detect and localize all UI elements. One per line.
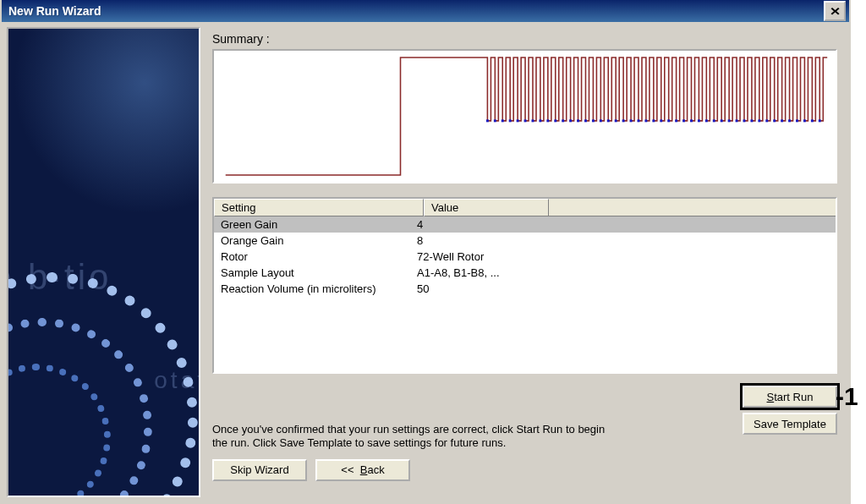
svg-rect-27 <box>690 119 693 122</box>
table-row[interactable]: Sample LayoutA1-A8, B1-B8, ... <box>214 265 836 281</box>
table-row[interactable]: Green Gain4 <box>214 216 836 233</box>
setting-cell: Rotor <box>221 250 417 263</box>
setting-cell: Sample Layout <box>221 266 417 279</box>
svg-rect-4 <box>517 119 519 122</box>
value-cell: 50 <box>417 282 829 295</box>
svg-rect-41 <box>796 119 798 122</box>
temperature-profile-svg <box>214 51 836 182</box>
svg-rect-43 <box>811 119 814 122</box>
column-header-value[interactable]: Value <box>424 199 549 216</box>
svg-rect-31 <box>721 119 723 122</box>
window-title: New Run Wizard <box>5 4 824 18</box>
svg-rect-20 <box>638 119 640 122</box>
svg-rect-12 <box>577 119 579 122</box>
svg-rect-24 <box>667 119 670 122</box>
svg-rect-6 <box>532 119 534 122</box>
svg-rect-0 <box>486 119 489 122</box>
svg-rect-2 <box>502 119 504 122</box>
wizard-body: o b·tio otat Summary : Setting Value Gre… <box>2 22 849 502</box>
value-cell: A1-A8, B1-B8, ... <box>417 266 829 279</box>
svg-rect-30 <box>713 119 715 122</box>
svg-rect-10 <box>562 119 564 122</box>
close-icon: ✕ <box>829 5 840 18</box>
close-button[interactable]: ✕ <box>824 1 846 21</box>
svg-rect-23 <box>660 119 662 122</box>
titlebar: New Run Wizard ✕ <box>2 0 849 22</box>
svg-rect-8 <box>546 119 549 122</box>
svg-rect-34 <box>743 119 746 122</box>
value-cell: 72-Well Rotor <box>417 250 829 263</box>
help-text: Once you've confirmed that your run sett… <box>212 423 618 451</box>
value-cell: 8 <box>417 234 829 247</box>
svg-rect-7 <box>539 119 541 122</box>
svg-rect-29 <box>705 119 708 122</box>
wizard-side-image: o b·tio otat <box>7 27 200 497</box>
setting-cell: Reaction Volume (in microliters) <box>221 282 417 295</box>
svg-rect-16 <box>607 119 610 122</box>
svg-rect-36 <box>758 119 760 122</box>
svg-rect-11 <box>569 119 572 122</box>
table-row[interactable]: Reaction Volume (in microliters)50 <box>214 281 836 297</box>
svg-rect-42 <box>803 119 806 122</box>
svg-rect-22 <box>652 119 655 122</box>
svg-rect-3 <box>509 119 512 122</box>
skip-wizard-button[interactable]: Skip Wizard <box>212 459 307 481</box>
table-row[interactable]: Orange Gain8 <box>214 233 836 249</box>
column-header-setting[interactable]: Setting <box>214 199 424 216</box>
summary-label: Summary : <box>212 32 837 46</box>
setting-cell: Orange Gain <box>221 234 417 247</box>
svg-rect-18 <box>622 119 625 122</box>
svg-rect-35 <box>750 119 753 122</box>
new-run-wizard-window: New Run Wizard ✕ o b·tio otat Summary : … <box>0 0 851 504</box>
svg-rect-28 <box>698 119 700 122</box>
settings-header: Setting Value <box>214 199 836 216</box>
svg-rect-40 <box>788 119 791 122</box>
svg-rect-26 <box>682 119 685 122</box>
settings-table: Setting Value Green Gain4Orange Gain8Rot… <box>212 197 837 374</box>
wizard-main: Summary : Setting Value Green Gain4Orang… <box>204 22 849 502</box>
svg-rect-9 <box>554 119 556 122</box>
svg-rect-38 <box>773 119 776 122</box>
setting-cell: Green Gain <box>221 218 417 231</box>
table-row[interactable]: Rotor72-Well Rotor <box>214 249 836 265</box>
annotation-label-1: -1 <box>836 382 858 411</box>
svg-rect-21 <box>644 119 647 122</box>
svg-rect-5 <box>524 119 527 122</box>
bottom-buttons: Skip Wizard << Back <box>212 459 837 481</box>
svg-rect-17 <box>615 119 617 122</box>
value-cell: 4 <box>417 218 829 231</box>
svg-rect-44 <box>819 119 821 122</box>
svg-rect-1 <box>494 119 496 122</box>
svg-rect-19 <box>630 119 633 122</box>
svg-rect-32 <box>728 119 731 122</box>
svg-rect-15 <box>600 119 602 122</box>
svg-rect-39 <box>781 119 783 122</box>
back-button[interactable]: << Back <box>315 459 410 481</box>
svg-rect-33 <box>736 119 738 122</box>
svg-rect-14 <box>592 119 595 122</box>
summary-graph <box>212 49 837 184</box>
svg-rect-25 <box>675 119 677 122</box>
svg-rect-13 <box>584 119 587 122</box>
svg-rect-37 <box>765 119 768 122</box>
